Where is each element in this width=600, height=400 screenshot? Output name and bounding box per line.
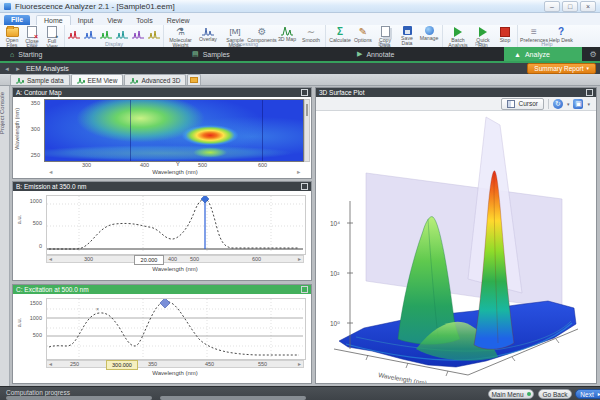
- tab-label: EEM View: [88, 77, 118, 84]
- excitation-xtick: 450: [205, 361, 214, 367]
- surface-plot[interactable]: 10⁴ 10² 10⁰ Wavelength (nm): [316, 111, 596, 383]
- ribbon-tab-review[interactable]: Review: [160, 16, 197, 25]
- options-button[interactable]: ✎ Options: [352, 26, 374, 43]
- eem-heatmap[interactable]: [44, 99, 304, 162]
- tab-eem-view[interactable]: EEM View: [71, 74, 124, 85]
- emission-ytick: 0: [24, 243, 42, 249]
- excitation-plot[interactable]: ×: [46, 298, 306, 360]
- nav-back-icon[interactable]: ◄: [4, 66, 11, 72]
- stop-icon: [500, 27, 510, 37]
- cursor-button-label: Cursor: [518, 100, 538, 107]
- excitation-panel-header[interactable]: C: Excitation at 500.0 nm: [13, 285, 311, 294]
- minimize-button[interactable]: –: [544, 1, 560, 12]
- workflow-step-analyze[interactable]: ▲ Analyze: [504, 47, 582, 61]
- scroll-right-icon[interactable]: ►: [297, 361, 302, 367]
- file-menu-button[interactable]: File: [4, 15, 30, 25]
- title-bar[interactable]: Fluorescence Analyzer 2.1 - [Sample01.ee…: [0, 0, 600, 13]
- gear-icon: ⚙: [258, 26, 267, 37]
- flask-icon: ⚗: [176, 26, 185, 37]
- scroll-left-icon[interactable]: ◄: [48, 361, 53, 367]
- emission-ytick: 1000: [24, 198, 42, 204]
- batch-analysis-button[interactable]: Batch Analysis: [445, 26, 471, 49]
- contour-ytick: 350: [22, 100, 40, 106]
- spectrum-teal-button[interactable]: [115, 29, 129, 39]
- new-tab-button[interactable]: [187, 74, 201, 85]
- panel-title: B: Emission at 350.0 nm: [16, 182, 86, 191]
- ribbon-group-display: Display: [65, 25, 164, 47]
- spectrum-blue-button[interactable]: [83, 29, 97, 39]
- status-bar: Computation progress Main Menu Go Back N…: [0, 386, 600, 400]
- scroll-right-icon[interactable]: ►: [297, 256, 302, 262]
- workflow-step-samples[interactable]: ▤ Samples: [182, 47, 347, 61]
- globe-icon: [425, 26, 434, 35]
- calculate-button[interactable]: Σ Calculate: [328, 26, 352, 43]
- panel-title: A: Contour Map: [16, 88, 62, 97]
- nav-forward-icon[interactable]: ►: [15, 66, 22, 72]
- workflow-step-starting[interactable]: ⌂ Starting: [0, 47, 182, 61]
- spectrum-green-button[interactable]: [99, 29, 113, 39]
- main-menu-button[interactable]: Main Menu: [488, 389, 534, 399]
- step-label: Analyze: [525, 51, 550, 58]
- tab-sample-data[interactable]: Sample data: [10, 74, 70, 85]
- save-disk-icon: [403, 26, 412, 35]
- scroll-right-icon[interactable]: ►: [296, 169, 301, 175]
- tab-label: Advanced 3D: [141, 77, 180, 84]
- emission-cursor-value[interactable]: 20.000: [134, 255, 164, 265]
- summary-report-button[interactable]: Summary Report ▾: [527, 63, 596, 74]
- save-data-button[interactable]: Save Data: [396, 26, 418, 47]
- cursor-toggle-button[interactable]: Cursor: [501, 98, 544, 110]
- gridline: [262, 100, 263, 161]
- next-button[interactable]: Next ►: [575, 389, 600, 399]
- open-files-button[interactable]: Open Files: [2, 26, 22, 49]
- button-label: Next: [580, 391, 593, 398]
- spectrum-icon: [116, 29, 128, 39]
- contour-cursor-marker[interactable]: Y: [176, 161, 180, 167]
- workflow-step-annotate[interactable]: ▶ Annotate: [347, 47, 504, 61]
- emission-xtick: 400: [168, 256, 177, 262]
- scroll-left-icon[interactable]: ◄: [48, 169, 53, 175]
- go-back-button[interactable]: Go Back: [538, 389, 572, 399]
- manage-button[interactable]: Manage: [418, 26, 440, 41]
- emission-plot[interactable]: [46, 195, 306, 255]
- molecular-weight-button[interactable]: ⚗ Molecular Weight: [166, 26, 195, 49]
- maximize-button[interactable]: □: [562, 1, 578, 12]
- expand-icon[interactable]: [301, 89, 308, 96]
- tab-advanced-3d[interactable]: Advanced 3D: [124, 74, 186, 85]
- stop-button[interactable]: Stop: [495, 26, 515, 43]
- spectrum-purple-button[interactable]: [131, 29, 145, 39]
- close-button[interactable]: ×: [580, 1, 596, 12]
- expand-icon[interactable]: [301, 286, 308, 293]
- spectrum-olive-button[interactable]: [147, 29, 161, 39]
- expand-icon[interactable]: [586, 89, 593, 96]
- button-label: Smooth: [302, 38, 320, 43]
- smooth-button[interactable]: ∼ Smooth: [299, 26, 323, 43]
- map-3d-button[interactable]: 3D Map: [275, 26, 299, 42]
- emission-xtick: 500: [190, 256, 199, 262]
- emission-panel-header[interactable]: B: Emission at 350.0 nm: [13, 182, 311, 191]
- emission-xtick: 600: [252, 256, 261, 262]
- emission-xlabel: Wavelength (nm): [120, 266, 230, 272]
- excitation-xtick: 250: [70, 361, 79, 367]
- excitation-cursor-value[interactable]: 300.000: [106, 360, 138, 370]
- ribbon-tab-input[interactable]: Input: [71, 16, 101, 25]
- surface-panel-header[interactable]: 3D Surface Plot: [316, 88, 596, 97]
- reset-view-button[interactable]: ▣: [573, 99, 583, 109]
- expand-icon[interactable]: [301, 183, 308, 190]
- pencil-icon: ✎: [359, 26, 367, 37]
- contour-panel-header[interactable]: A: Contour Map: [13, 88, 311, 97]
- button-label: Stop: [500, 38, 511, 43]
- overlay-button[interactable]: Overlay: [195, 26, 221, 42]
- status-dot-icon: [527, 392, 531, 396]
- workflow-settings-button[interactable]: ⚙: [586, 47, 600, 61]
- contour-xtick: 500: [198, 162, 207, 168]
- spectrum-red-button[interactable]: [67, 29, 81, 39]
- ribbon-tab-view[interactable]: View: [100, 16, 129, 25]
- ribbon-tab-tools[interactable]: Tools: [129, 16, 159, 25]
- rotate-view-button[interactable]: ↻: [553, 99, 563, 109]
- wave-icon: ∼: [307, 26, 315, 37]
- ribbon-group-processing: ⚗ Molecular Weight Overlay [M] Sample Mo…: [164, 25, 326, 47]
- excitation-xtick: 550: [258, 361, 267, 367]
- contour-vertical-scrollbar[interactable]: [304, 99, 310, 162]
- scroll-left-icon[interactable]: ◄: [48, 256, 53, 262]
- ribbon-tab-home[interactable]: Home: [36, 15, 71, 25]
